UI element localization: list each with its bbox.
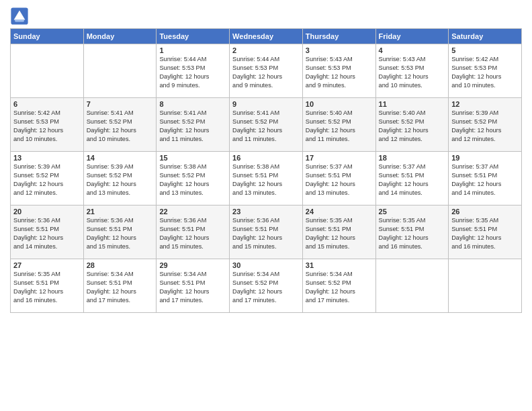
- header-cell-monday: Monday: [83, 29, 157, 44]
- day-info: Sunrise: 5:35 AMSunset: 5:51 PMDaylight:…: [306, 216, 373, 251]
- day-info: Sunrise: 5:37 AMSunset: 5:51 PMDaylight:…: [306, 163, 373, 197]
- day-number: 10: [306, 100, 373, 108]
- logo-icon: [10, 7, 29, 26]
- day-info: Sunrise: 5:43 AMSunset: 5:53 PMDaylight:…: [306, 55, 373, 90]
- day-info: Sunrise: 5:35 AMSunset: 5:51 PMDaylight:…: [13, 270, 81, 305]
- header-cell-thursday: Thursday: [302, 29, 375, 44]
- day-info: Sunrise: 5:39 AMSunset: 5:52 PMDaylight:…: [13, 163, 81, 197]
- day-info: Sunrise: 5:35 AMSunset: 5:51 PMDaylight:…: [451, 216, 519, 251]
- calendar-cell: 15Sunrise: 5:38 AMSunset: 5:52 PMDayligh…: [157, 152, 230, 205]
- header-cell-tuesday: Tuesday: [157, 29, 230, 44]
- day-number: 20: [13, 208, 81, 216]
- svg-rect-2: [15, 20, 24, 22]
- calendar-week-3: 13Sunrise: 5:39 AMSunset: 5:52 PMDayligh…: [11, 152, 522, 205]
- calendar-cell: 28Sunrise: 5:34 AMSunset: 5:51 PMDayligh…: [83, 259, 157, 313]
- day-info: Sunrise: 5:34 AMSunset: 5:51 PMDaylight:…: [159, 270, 226, 305]
- calendar-cell: 30Sunrise: 5:34 AMSunset: 5:52 PMDayligh…: [230, 259, 303, 313]
- day-info: Sunrise: 5:44 AMSunset: 5:53 PMDaylight:…: [232, 55, 300, 90]
- day-number: 23: [232, 208, 300, 216]
- day-info: Sunrise: 5:43 AMSunset: 5:53 PMDaylight:…: [379, 55, 446, 90]
- day-number: 9: [232, 100, 300, 108]
- day-number: 17: [306, 154, 373, 162]
- calendar-cell: 20Sunrise: 5:36 AMSunset: 5:51 PMDayligh…: [11, 205, 84, 259]
- day-info: Sunrise: 5:42 AMSunset: 5:53 PMDaylight:…: [13, 109, 81, 144]
- calendar-cell: 9Sunrise: 5:41 AMSunset: 5:52 PMDaylight…: [230, 98, 303, 152]
- day-info: Sunrise: 5:41 AMSunset: 5:52 PMDaylight:…: [159, 109, 226, 144]
- calendar-cell: 5Sunrise: 5:42 AMSunset: 5:53 PMDaylight…: [449, 44, 522, 98]
- calendar-cell: 23Sunrise: 5:36 AMSunset: 5:51 PMDayligh…: [230, 205, 303, 259]
- calendar-cell: [83, 44, 157, 98]
- calendar-cell: 22Sunrise: 5:36 AMSunset: 5:51 PMDayligh…: [157, 205, 230, 259]
- day-number: 13: [13, 154, 81, 162]
- day-number: 18: [379, 154, 446, 162]
- calendar-cell: 12Sunrise: 5:39 AMSunset: 5:52 PMDayligh…: [449, 98, 522, 152]
- day-number: 29: [159, 261, 226, 269]
- calendar-week-2: 6Sunrise: 5:42 AMSunset: 5:53 PMDaylight…: [11, 98, 522, 152]
- day-number: 1: [159, 46, 226, 54]
- header-cell-sunday: Sunday: [11, 29, 84, 44]
- day-number: 2: [232, 46, 300, 54]
- day-info: Sunrise: 5:41 AMSunset: 5:52 PMDaylight:…: [232, 109, 300, 144]
- calendar-cell: 31Sunrise: 5:34 AMSunset: 5:52 PMDayligh…: [302, 259, 375, 313]
- day-number: 22: [159, 208, 226, 216]
- day-info: Sunrise: 5:39 AMSunset: 5:52 PMDaylight:…: [87, 163, 154, 197]
- day-number: 5: [451, 46, 519, 54]
- logo: [10, 7, 32, 26]
- day-info: Sunrise: 5:38 AMSunset: 5:52 PMDaylight:…: [159, 163, 226, 197]
- day-number: 27: [13, 261, 81, 269]
- day-number: 25: [379, 208, 446, 216]
- calendar-cell: 10Sunrise: 5:40 AMSunset: 5:52 PMDayligh…: [302, 98, 375, 152]
- calendar-week-1: 1Sunrise: 5:44 AMSunset: 5:53 PMDaylight…: [11, 44, 522, 98]
- day-info: Sunrise: 5:40 AMSunset: 5:52 PMDaylight:…: [306, 109, 373, 144]
- day-number: 11: [379, 100, 446, 108]
- day-info: Sunrise: 5:35 AMSunset: 5:51 PMDaylight:…: [379, 216, 446, 251]
- day-number: 4: [379, 46, 446, 54]
- day-info: Sunrise: 5:38 AMSunset: 5:51 PMDaylight:…: [232, 163, 300, 197]
- calendar-cell: 8Sunrise: 5:41 AMSunset: 5:52 PMDaylight…: [157, 98, 230, 152]
- day-info: Sunrise: 5:36 AMSunset: 5:51 PMDaylight:…: [159, 216, 226, 251]
- day-number: 28: [87, 261, 154, 269]
- day-number: 19: [451, 154, 519, 162]
- calendar-cell: 11Sunrise: 5:40 AMSunset: 5:52 PMDayligh…: [375, 98, 449, 152]
- day-number: 7: [87, 100, 154, 108]
- day-info: Sunrise: 5:41 AMSunset: 5:52 PMDaylight:…: [87, 109, 154, 144]
- day-info: Sunrise: 5:36 AMSunset: 5:51 PMDaylight:…: [13, 216, 81, 251]
- day-number: 8: [159, 100, 226, 108]
- day-number: 16: [232, 154, 300, 162]
- day-info: Sunrise: 5:34 AMSunset: 5:52 PMDaylight:…: [306, 270, 373, 305]
- calendar-cell: 16Sunrise: 5:38 AMSunset: 5:51 PMDayligh…: [230, 152, 303, 205]
- header: [10, 7, 522, 26]
- calendar-cell: 18Sunrise: 5:37 AMSunset: 5:51 PMDayligh…: [375, 152, 449, 205]
- day-info: Sunrise: 5:40 AMSunset: 5:52 PMDaylight:…: [379, 109, 446, 144]
- header-cell-wednesday: Wednesday: [230, 29, 303, 44]
- day-info: Sunrise: 5:37 AMSunset: 5:51 PMDaylight:…: [379, 163, 446, 197]
- day-number: 21: [87, 208, 154, 216]
- calendar-cell: [449, 259, 522, 313]
- page-container: SundayMondayTuesdayWednesdayThursdayFrid…: [0, 0, 532, 316]
- day-number: 6: [13, 100, 81, 108]
- calendar-cell: 6Sunrise: 5:42 AMSunset: 5:53 PMDaylight…: [11, 98, 84, 152]
- header-cell-saturday: Saturday: [449, 29, 522, 44]
- calendar-week-5: 27Sunrise: 5:35 AMSunset: 5:51 PMDayligh…: [11, 259, 522, 313]
- day-info: Sunrise: 5:42 AMSunset: 5:53 PMDaylight:…: [451, 55, 519, 90]
- day-info: Sunrise: 5:44 AMSunset: 5:53 PMDaylight:…: [159, 55, 226, 90]
- calendar-cell: 19Sunrise: 5:37 AMSunset: 5:51 PMDayligh…: [449, 152, 522, 205]
- calendar-cell: 7Sunrise: 5:41 AMSunset: 5:52 PMDaylight…: [83, 98, 157, 152]
- day-number: 26: [451, 208, 519, 216]
- calendar-cell: [375, 259, 449, 313]
- calendar-cell: 24Sunrise: 5:35 AMSunset: 5:51 PMDayligh…: [302, 205, 375, 259]
- calendar-cell: 1Sunrise: 5:44 AMSunset: 5:53 PMDaylight…: [157, 44, 230, 98]
- calendar-week-4: 20Sunrise: 5:36 AMSunset: 5:51 PMDayligh…: [11, 205, 522, 259]
- calendar-cell: 14Sunrise: 5:39 AMSunset: 5:52 PMDayligh…: [83, 152, 157, 205]
- day-info: Sunrise: 5:39 AMSunset: 5:52 PMDaylight:…: [451, 109, 519, 144]
- calendar-cell: 3Sunrise: 5:43 AMSunset: 5:53 PMDaylight…: [302, 44, 375, 98]
- day-number: 24: [306, 208, 373, 216]
- calendar-cell: [11, 44, 84, 98]
- calendar-cell: 26Sunrise: 5:35 AMSunset: 5:51 PMDayligh…: [449, 205, 522, 259]
- calendar-table: SundayMondayTuesdayWednesdayThursdayFrid…: [10, 28, 522, 313]
- calendar-cell: 27Sunrise: 5:35 AMSunset: 5:51 PMDayligh…: [11, 259, 84, 313]
- day-number: 14: [87, 154, 154, 162]
- calendar-cell: 21Sunrise: 5:36 AMSunset: 5:51 PMDayligh…: [83, 205, 157, 259]
- header-cell-friday: Friday: [375, 29, 449, 44]
- calendar-cell: 29Sunrise: 5:34 AMSunset: 5:51 PMDayligh…: [157, 259, 230, 313]
